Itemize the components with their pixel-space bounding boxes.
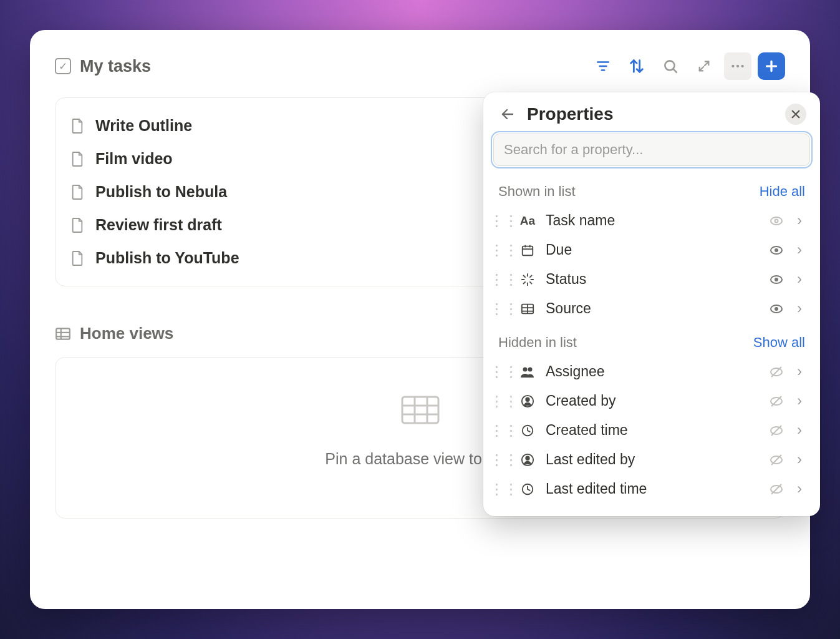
chevron-right-icon: › <box>794 480 805 497</box>
chevron-right-icon: › <box>794 300 805 317</box>
task-name: Publish to YouTube <box>95 249 239 267</box>
svg-line-4 <box>673 69 677 72</box>
property-search-input[interactable] <box>493 134 810 166</box>
chevron-right-icon: › <box>794 393 805 409</box>
visibility-toggle[interactable] <box>768 213 785 228</box>
table-icon <box>55 327 71 341</box>
property-row-created-by[interactable]: ⋮⋮ Created by › <box>483 386 820 416</box>
table-placeholder-icon <box>400 395 440 425</box>
task-name: Publish to Nebula <box>95 183 227 201</box>
task-name: Write Outline <box>95 117 192 135</box>
page-icon <box>70 184 84 200</box>
drag-handle-icon[interactable]: ⋮⋮ <box>498 271 509 288</box>
table-icon <box>518 303 537 315</box>
calendar-icon <box>518 243 537 257</box>
back-button[interactable] <box>497 104 518 125</box>
status-icon <box>518 273 537 286</box>
svg-point-29 <box>775 248 778 252</box>
svg-rect-10 <box>56 328 70 339</box>
svg-line-32 <box>524 275 526 277</box>
svg-point-6 <box>736 65 739 67</box>
visibility-toggle[interactable] <box>768 364 785 379</box>
person-icon <box>518 394 537 408</box>
filter-button[interactable] <box>589 52 617 80</box>
property-row-created-time[interactable]: ⋮⋮ Created time › <box>483 416 820 445</box>
shown-label: Shown in list <box>498 183 576 200</box>
svg-point-23 <box>775 219 778 222</box>
task-name: Review first draft <box>95 216 222 234</box>
svg-point-47 <box>528 367 533 371</box>
visibility-toggle[interactable] <box>768 301 785 316</box>
clock-icon <box>518 482 537 496</box>
checkbox-icon: ✓ <box>55 58 71 74</box>
expand-button[interactable] <box>690 52 718 80</box>
drag-handle-icon[interactable]: ⋮⋮ <box>498 212 509 229</box>
page-icon <box>70 217 84 233</box>
clock-icon <box>518 424 537 437</box>
property-label: Source <box>546 300 759 317</box>
drag-handle-icon[interactable]: ⋮⋮ <box>498 241 509 258</box>
property-row-last-edited-by[interactable]: ⋮⋮ Last edited by › <box>483 445 820 474</box>
svg-rect-14 <box>402 397 438 423</box>
close-button[interactable] <box>785 104 806 125</box>
svg-point-5 <box>731 65 734 67</box>
visibility-toggle[interactable] <box>768 423 785 438</box>
properties-panel: Properties Shown in list Hide all ⋮⋮ Aa … <box>483 92 820 516</box>
property-row-due[interactable]: ⋮⋮ Due › <box>483 235 820 265</box>
property-label: Created time <box>546 422 759 439</box>
chevron-right-icon: › <box>794 422 805 439</box>
drag-handle-icon[interactable]: ⋮⋮ <box>498 393 509 409</box>
property-label: Task name <box>546 212 759 229</box>
show-all-link[interactable]: Show all <box>753 334 805 351</box>
property-row-status[interactable]: ⋮⋮ Status › <box>483 265 820 294</box>
drag-handle-icon[interactable]: ⋮⋮ <box>498 363 509 380</box>
new-button[interactable] <box>758 52 785 80</box>
more-button[interactable] <box>724 52 751 80</box>
header: ✓ My tasks <box>55 52 785 80</box>
property-label: Status <box>546 271 759 288</box>
property-label: Due <box>546 241 759 258</box>
drag-handle-icon[interactable]: ⋮⋮ <box>498 422 509 439</box>
visibility-toggle[interactable] <box>768 482 785 497</box>
search-button[interactable] <box>657 52 684 80</box>
sort-button[interactable] <box>623 52 650 80</box>
svg-point-46 <box>523 367 528 371</box>
property-row-last-edited-time[interactable]: ⋮⋮ Last edited time › <box>483 474 820 504</box>
visibility-toggle[interactable] <box>768 243 785 258</box>
drag-handle-icon[interactable]: ⋮⋮ <box>498 480 509 497</box>
svg-line-37 <box>530 275 532 277</box>
chevron-right-icon: › <box>794 451 805 468</box>
svg-point-51 <box>526 398 529 401</box>
svg-rect-24 <box>523 246 533 255</box>
svg-line-33 <box>530 281 532 283</box>
svg-point-39 <box>775 278 778 281</box>
drag-handle-icon[interactable]: ⋮⋮ <box>498 300 509 317</box>
visibility-toggle[interactable] <box>768 452 785 467</box>
property-row-source[interactable]: ⋮⋮ Source › <box>483 294 820 323</box>
person-icon <box>518 453 537 467</box>
text-type-icon: Aa <box>518 214 537 228</box>
property-label: Assignee <box>546 363 759 380</box>
section-title: Home views <box>80 324 173 343</box>
property-label: Created by <box>546 393 759 409</box>
drag-handle-icon[interactable]: ⋮⋮ <box>498 451 509 468</box>
chevron-right-icon: › <box>794 241 805 258</box>
task-name: Film video <box>95 150 173 168</box>
visibility-toggle[interactable] <box>768 394 785 409</box>
svg-point-7 <box>741 65 743 67</box>
property-label: Last edited time <box>546 480 759 497</box>
title-area: ✓ My tasks <box>55 57 151 76</box>
property-row-assignee[interactable]: ⋮⋮ Assignee › <box>483 357 820 386</box>
search-wrap <box>483 134 820 172</box>
hidden-label: Hidden in list <box>498 334 577 351</box>
chevron-right-icon: › <box>794 212 805 229</box>
visibility-toggle[interactable] <box>768 272 785 287</box>
page-title: My tasks <box>80 57 151 76</box>
shown-group-header: Shown in list Hide all <box>483 172 820 206</box>
hide-all-link[interactable]: Hide all <box>760 183 805 200</box>
page-icon <box>70 250 84 266</box>
property-row-task-name[interactable]: ⋮⋮ Aa Task name › <box>483 206 820 235</box>
page-icon <box>70 118 84 134</box>
people-icon <box>518 366 537 378</box>
chevron-right-icon: › <box>794 271 805 288</box>
